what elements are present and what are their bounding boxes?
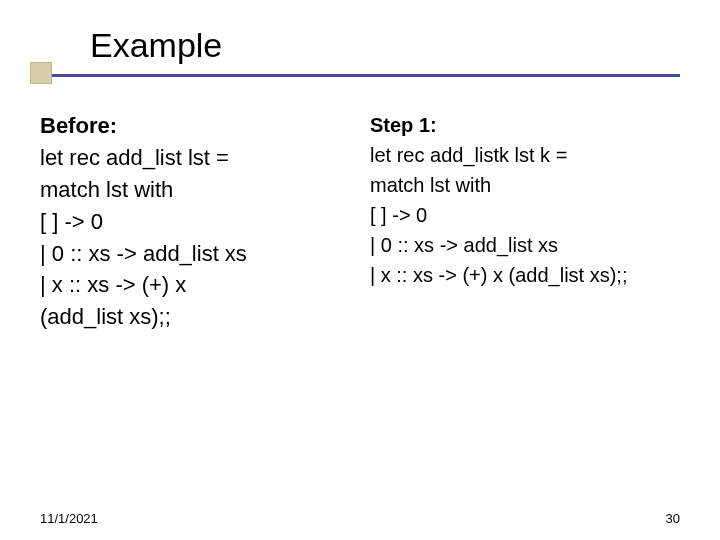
code-line: | x :: xs -> (+) x (add_list xs);; [370, 260, 690, 290]
footer-page-number: 30 [666, 511, 680, 526]
code-line: | 0 :: xs -> add_list xs [370, 230, 690, 260]
code-line: [ ] -> 0 [40, 206, 360, 238]
code-line: let rec add_list lst = [40, 142, 360, 174]
code-line: (add_list xs);; [40, 301, 360, 333]
code-line: [ ] -> 0 [370, 200, 690, 230]
content-area: Before: let rec add_list lst = match lst… [40, 110, 690, 333]
code-line: match lst with [40, 174, 360, 206]
footer-date: 11/1/2021 [40, 511, 98, 526]
step1-column: Step 1: let rec add_listk lst k = match … [370, 110, 690, 333]
slide-title: Example [30, 20, 690, 70]
code-line: | x :: xs -> (+) x [40, 269, 360, 301]
before-column: Before: let rec add_list lst = match lst… [40, 110, 360, 333]
title-bar: Example [30, 20, 690, 80]
code-line: match lst with [370, 170, 690, 200]
before-heading: Before: [40, 110, 360, 142]
slide: Example Before: let rec add_list lst = m… [0, 0, 720, 540]
step1-heading: Step 1: [370, 110, 690, 140]
code-line: let rec add_listk lst k = [370, 140, 690, 170]
code-line: | 0 :: xs -> add_list xs [40, 238, 360, 270]
title-underline [44, 74, 680, 77]
title-accent-box [30, 62, 52, 84]
